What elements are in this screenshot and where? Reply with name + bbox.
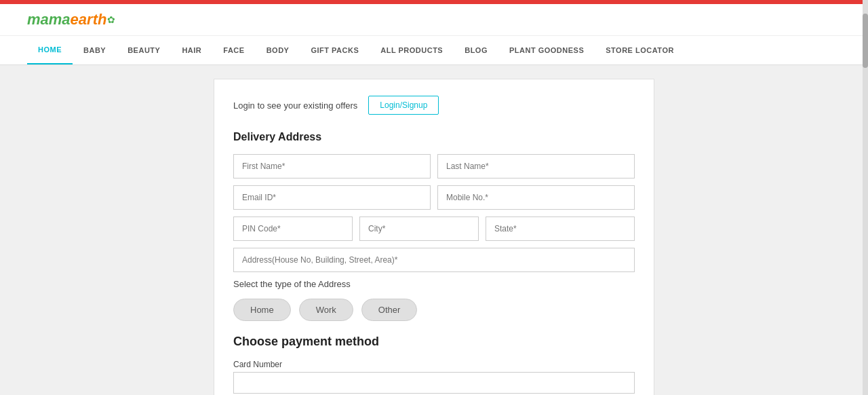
nav-store-locator[interactable]: STORE LOCATOR — [595, 37, 685, 64]
email-mobile-row — [233, 185, 635, 210]
scrollbar[interactable] — [863, 0, 868, 395]
city-input[interactable] — [359, 217, 479, 241]
address-type-buttons: Home Work Other — [233, 299, 635, 321]
login-bar: Login to see your existing offers Login/… — [233, 96, 635, 115]
scrollbar-thumb[interactable] — [863, 14, 868, 68]
nav-hair[interactable]: HAIR — [171, 37, 212, 64]
nav-beauty[interactable]: BEAUTY — [117, 37, 171, 64]
delivery-address-title: Delivery Address — [233, 131, 635, 143]
form-container: Login to see your existing offers Login/… — [214, 79, 654, 395]
logo-mama-text: mama — [27, 11, 71, 29]
card-row: Card Number — [233, 360, 635, 394]
pin-code-input[interactable] — [233, 217, 353, 241]
card-number-label: Card Number — [233, 360, 635, 369]
address-type-work-button[interactable]: Work — [299, 299, 353, 321]
nav-home[interactable]: HOME — [27, 36, 73, 64]
logo: mamaearth✿ — [27, 11, 115, 29]
login-offer-text: Login to see your existing offers — [233, 100, 357, 111]
nav-gift-packs[interactable]: GIFT PACKS — [300, 37, 370, 64]
nav-body[interactable]: BODY — [256, 37, 300, 64]
payment-method-title: Choose payment method — [233, 335, 635, 349]
logo-leaf-icon: ✿ — [107, 14, 115, 25]
last-name-input[interactable] — [437, 154, 635, 178]
pin-city-state-row — [233, 217, 635, 241]
first-name-input[interactable] — [233, 154, 431, 178]
address-row — [233, 248, 635, 272]
address-input[interactable] — [233, 248, 635, 272]
nav-blog[interactable]: BLOG — [454, 37, 498, 64]
nav-baby[interactable]: BABY — [73, 37, 117, 64]
mobile-input[interactable] — [437, 185, 635, 210]
nav: HOME BABY BEAUTY HAIR FACE BODY GIFT PAC… — [0, 36, 868, 65]
name-row — [233, 154, 635, 178]
card-number-section: Card Number — [233, 360, 635, 394]
card-number-input[interactable] — [233, 372, 635, 394]
state-input[interactable] — [486, 217, 635, 241]
nav-face[interactable]: FACE — [212, 37, 255, 64]
main-content: Login to see your existing offers Login/… — [0, 65, 868, 395]
email-input[interactable] — [233, 185, 431, 210]
address-type-home-button[interactable]: Home — [233, 299, 291, 321]
address-type-other-button[interactable]: Other — [361, 299, 418, 321]
logo-earth-text: earth — [71, 11, 107, 29]
address-type-label: Select the type of the Address — [233, 279, 635, 289]
nav-all-products[interactable]: ALL PRODUCTS — [370, 37, 454, 64]
login-signup-button[interactable]: Login/Signup — [368, 96, 439, 115]
header: mamaearth✿ — [0, 4, 868, 36]
nav-plant-goodness[interactable]: PLANT GOODNESS — [498, 37, 595, 64]
